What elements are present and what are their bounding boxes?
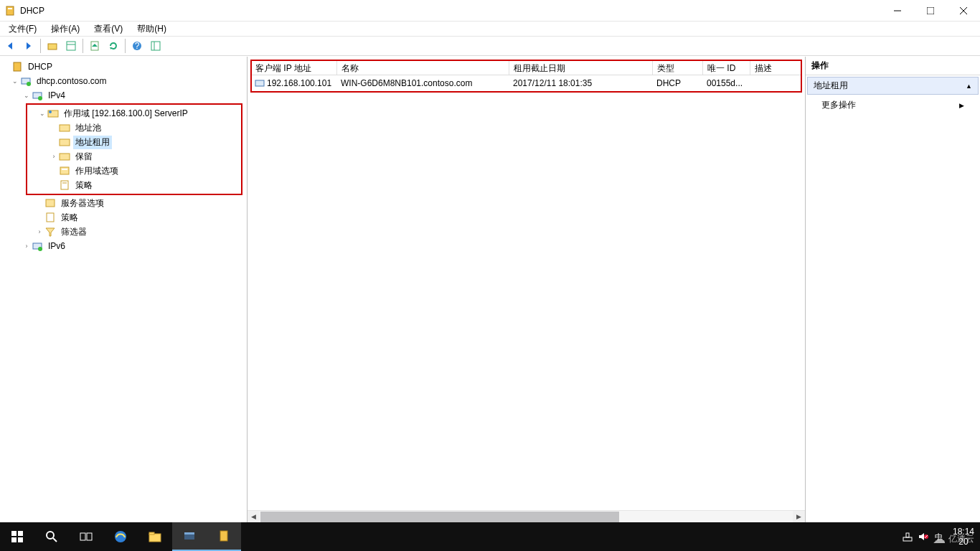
tree-server-policies[interactable]: 策略	[0, 210, 247, 225]
tree-ipv6[interactable]: › IPv6	[0, 239, 247, 253]
scroll-right-button[interactable]: ▶	[793, 511, 805, 523]
ipv4-icon	[32, 90, 43, 101]
col-name[interactable]: 名称	[337, 60, 509, 75]
expander-icon[interactable]: ›	[49, 153, 59, 160]
window-title: DHCP	[20, 6, 881, 16]
policy-icon	[59, 179, 70, 191]
maximize-button[interactable]	[914, 0, 947, 22]
svg-marker-54	[919, 533, 924, 540]
taskbar-server-manager[interactable]	[172, 522, 207, 551]
back-button[interactable]	[1, 37, 19, 55]
up-button[interactable]	[44, 37, 61, 55]
taskbar-ie[interactable]	[103, 522, 138, 551]
task-view-button[interactable]	[69, 522, 103, 551]
taskbar[interactable]: 中 18:14 20	[0, 522, 980, 551]
tree-server-options-label: 服务器选项	[59, 197, 106, 210]
expander-icon[interactable]: ⌄	[10, 77, 20, 85]
tree-server-policies-label: 策略	[59, 211, 80, 225]
list-row[interactable]: 192.168.100.101 WIN-G6D6M8NB101.contoso.…	[250, 75, 802, 91]
scroll-track[interactable]	[260, 511, 793, 523]
svg-rect-45	[87, 533, 92, 540]
col-lease-exp[interactable]: 租用截止日期	[509, 60, 653, 75]
svg-rect-44	[80, 533, 85, 540]
scroll-thumb[interactable]	[260, 512, 619, 522]
svg-rect-18	[14, 62, 21, 71]
tree-server[interactable]: ⌄ dhcp.contoso.com	[0, 74, 247, 88]
dhcp-app-icon	[4, 5, 16, 17]
tree-address-pool[interactable]: 地址池	[29, 121, 240, 135]
cell-lease-exp: 2017/12/11 18:01:35	[509, 77, 652, 90]
tree-address-pool-label: 地址池	[73, 121, 103, 135]
tree-scope-options[interactable]: 作用域选项	[29, 164, 240, 178]
refresh-button[interactable]	[105, 37, 122, 55]
tree-policies[interactable]: 策略	[29, 178, 240, 192]
actions-more[interactable]: 更多操作 ▶	[806, 96, 980, 114]
minimize-button[interactable]	[881, 0, 914, 22]
scope-folder-icon	[47, 108, 59, 119]
horizontal-scrollbar[interactable]: ◀ ▶	[248, 510, 805, 522]
col-type[interactable]: 类型	[653, 60, 703, 75]
options-icon	[44, 197, 56, 209]
highlight-annotation: ⌄ 作用域 [192.168.100.0] ServerIP 地址池 地址租用 …	[26, 103, 242, 195]
export-button[interactable]	[86, 37, 103, 55]
col-desc[interactable]: 描述	[750, 60, 801, 75]
tree-root-dhcp[interactable]: DHCP	[0, 60, 247, 74]
actions-section-label: 地址租用	[814, 80, 848, 92]
tree-address-leases-label: 地址租用	[73, 136, 112, 149]
tray-network-icon[interactable]	[900, 522, 915, 551]
svg-rect-28	[60, 167, 69, 174]
scroll-left-button[interactable]: ◀	[248, 511, 260, 523]
expander-icon[interactable]: ⌄	[22, 92, 32, 99]
svg-rect-3	[927, 7, 934, 14]
menu-view[interactable]: 查看(V)	[87, 22, 130, 37]
tree-pane[interactable]: DHCP ⌄ dhcp.contoso.com ⌄ IPv4 ⌄ 作用域 [19…	[0, 57, 248, 522]
col-unique-id[interactable]: 唯一 ID	[703, 60, 750, 75]
svg-rect-8	[48, 44, 57, 50]
close-button[interactable]	[947, 0, 980, 22]
col-client-ip[interactable]: 客户端 IP 地址	[251, 60, 337, 75]
show-hide-tree-button[interactable]	[62, 37, 80, 55]
system-tray: 中 18:14 20	[900, 522, 980, 551]
tree-ipv4[interactable]: ⌄ IPv4	[0, 88, 247, 103]
tree-server-options[interactable]: 服务器选项	[0, 196, 247, 210]
actions-section[interactable]: 地址租用 ▲	[807, 77, 979, 95]
tray-ime[interactable]: 中	[931, 522, 947, 551]
taskbar-explorer[interactable]	[138, 522, 172, 551]
taskbar-clock[interactable]: 18:14 20	[947, 527, 980, 547]
tree-filters[interactable]: › 筛选器	[0, 225, 247, 239]
list-pane: 客户端 IP 地址 名称 租用截止日期 类型 唯一 ID 描述 192.168.…	[248, 57, 806, 522]
tree-ipv4-label: IPv4	[46, 90, 67, 101]
cell-unique-id: 00155d...	[702, 77, 750, 90]
actions-more-label: 更多操作	[821, 99, 856, 111]
properties-button[interactable]	[147, 37, 164, 55]
svg-rect-16	[151, 42, 160, 50]
tree-reservations-label: 保留	[73, 150, 95, 164]
folder-icon	[59, 136, 70, 148]
tree-scope-label: 作用域 [192.168.100.0] ServerIP	[62, 107, 190, 121]
list-header[interactable]: 客户端 IP 地址 名称 租用截止日期 类型 唯一 ID 描述	[250, 60, 802, 75]
tree-scope[interactable]: ⌄ 作用域 [192.168.100.0] ServerIP	[29, 106, 240, 121]
taskbar-dhcp[interactable]	[207, 522, 241, 551]
expander-icon[interactable]: ›	[34, 228, 44, 235]
expander-icon[interactable]: ⌄	[37, 110, 47, 117]
expander-icon[interactable]: ›	[22, 242, 32, 250]
start-button[interactable]	[0, 522, 34, 551]
help-button[interactable]: ?	[128, 37, 146, 55]
menu-help[interactable]: 帮助(H)	[130, 22, 174, 37]
clock-date: 20	[953, 537, 974, 547]
menu-file[interactable]: 文件(F)	[1, 22, 44, 37]
menu-action[interactable]: 操作(A)	[44, 22, 87, 37]
cell-client-ip: 192.168.100.101	[267, 78, 331, 88]
svg-rect-47	[149, 534, 161, 542]
filter-icon	[44, 226, 56, 237]
tree-address-leases[interactable]: 地址租用	[29, 135, 240, 149]
tray-volume-icon[interactable]	[915, 522, 931, 551]
svg-marker-34	[46, 228, 55, 236]
folder-icon	[59, 151, 70, 162]
forward-button[interactable]	[20, 37, 37, 55]
svg-rect-40	[11, 537, 17, 542]
tree-scope-options-label: 作用域选项	[73, 164, 121, 178]
search-button[interactable]	[34, 522, 69, 551]
svg-rect-1	[8, 8, 12, 9]
tree-reservations[interactable]: › 保留	[29, 149, 240, 164]
